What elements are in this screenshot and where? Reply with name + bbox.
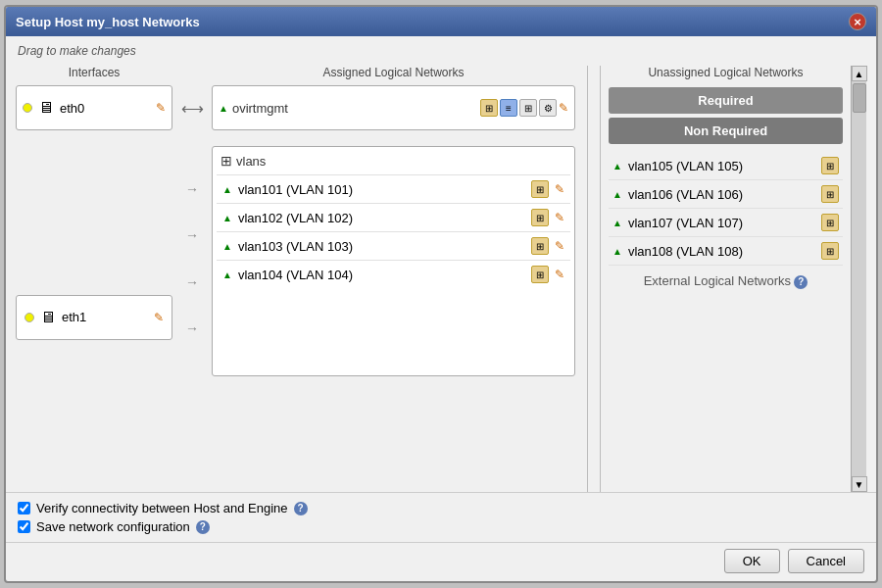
ovirtmgmt-icon3[interactable]: ⊞ — [519, 99, 537, 117]
vlan103-up-arrow: ▲ — [222, 241, 232, 252]
eth0-edit-icon[interactable]: ✎ — [156, 101, 166, 115]
eth1-interface-box: 🖥 eth1 ✎ — [16, 295, 172, 344]
assigned-header: Assigned Logical Networks — [212, 66, 575, 79]
vlan101-name: vlan101 (VLAN 101) — [238, 182, 525, 197]
vlan107-item[interactable]: ▲ vlan107 (VLAN 107) ⊞ — [609, 209, 843, 237]
vlan103-name: vlan103 (VLAN 103) — [238, 239, 525, 254]
eth0-assigned-network: ▲ ovirtmgmt ⊞ ≡ ⊞ ⚙ ✎ — [212, 85, 575, 130]
external-networks-help-icon[interactable]: ? — [794, 275, 808, 289]
vlan102-icon[interactable]: ⊞ — [531, 209, 549, 226]
vlan108-name: vlan108 (VLAN 108) — [628, 244, 815, 259]
right-panel: Unassigned Logical Networks Required Non… — [600, 66, 843, 492]
external-networks: External Logical Networks ? — [609, 273, 843, 289]
vlan106-item[interactable]: ▲ vlan106 (VLAN 106) ⊞ — [609, 180, 843, 209]
vlan102-item: ▲ vlan102 (VLAN 102) ⊞ ✎ — [217, 203, 570, 231]
eth1-arrow1: → — [185, 181, 199, 197]
eth0-arrow: ⟷ — [181, 99, 204, 118]
vlan105-name: vlan105 (VLAN 105) — [628, 159, 815, 173]
scroll-thumb[interactable] — [853, 83, 866, 113]
eth0-status-dot — [23, 103, 32, 113]
vlan107-icon[interactable]: ⊞ — [821, 214, 839, 231]
bottom-buttons: OK Cancel — [6, 542, 876, 581]
scroll-down-arrow[interactable]: ▼ — [852, 476, 867, 492]
vlan101-item: ▲ vlan101 (VLAN 101) ⊞ ✎ — [217, 174, 570, 203]
vlan103-item: ▲ vlan103 (VLAN 103) ⊞ ✎ — [217, 231, 570, 260]
save-help-icon[interactable]: ? — [196, 520, 210, 534]
setup-networks-dialog: Setup Host my_host Networks × Drag to ma… — [4, 5, 878, 583]
eth1-arrow4: → — [185, 320, 199, 336]
vlan105-icon[interactable]: ⊞ — [821, 157, 839, 174]
ovirtmgmt-icon4[interactable]: ⚙ — [539, 99, 557, 117]
ovirtmgmt-edit-icon[interactable]: ✎ — [559, 101, 568, 115]
eth1-name: eth1 — [62, 310, 148, 324]
verify-connectivity-checkbox[interactable] — [18, 502, 30, 514]
vlan102-name: vlan102 (VLAN 102) — [238, 211, 525, 225]
vlan104-up-arrow: ▲ — [222, 270, 232, 280]
vlans-icon: ⊞ — [220, 153, 232, 169]
vlan107-name: vlan107 (VLAN 107) — [628, 216, 815, 230]
ok-button[interactable]: OK — [724, 549, 780, 573]
vlan103-icon[interactable]: ⊞ — [531, 237, 549, 255]
scroll-up-arrow[interactable]: ▲ — [852, 66, 867, 81]
ovirtmgmt-icon1[interactable]: ⊞ — [480, 99, 498, 117]
eth0-nic-icon: 🖥 — [38, 99, 54, 117]
divider — [587, 66, 588, 492]
ovirtmgmt-icon2[interactable]: ≡ — [500, 99, 517, 117]
dialog-title: Setup Host my_host Networks — [16, 15, 200, 29]
non-required-button[interactable]: Non Required — [609, 118, 843, 144]
vlan104-item: ▲ vlan104 (VLAN 104) ⊞ ✎ — [217, 260, 570, 288]
subtitle: Drag to make changes — [6, 36, 876, 66]
vlans-title: ⊞ vlans — [217, 151, 570, 174]
verify-connectivity-row: Verify connectivity between Host and Eng… — [18, 501, 864, 515]
vlan105-up-arrow: ▲ — [612, 161, 622, 172]
interfaces-header: Interfaces — [16, 66, 172, 79]
vlan101-edit-icon[interactable]: ✎ — [555, 182, 564, 196]
vlan106-icon[interactable]: ⊞ — [821, 185, 839, 203]
ovirtmgmt-icons: ⊞ ≡ ⊞ ⚙ ✎ — [480, 99, 568, 117]
vlan102-edit-icon[interactable]: ✎ — [555, 211, 564, 224]
eth1-nic-icon: 🖥 — [40, 309, 56, 326]
vlan102-up-arrow: ▲ — [222, 213, 232, 223]
vlan103-edit-icon[interactable]: ✎ — [555, 239, 564, 253]
ovirtmgmt-up-arrow: ▲ — [219, 103, 228, 114]
vlan101-icon[interactable]: ⊞ — [531, 180, 549, 198]
required-button[interactable]: Required — [609, 87, 843, 114]
vlan104-icon[interactable]: ⊞ — [531, 266, 549, 283]
unassigned-header: Unassigned Logical Networks — [609, 66, 843, 79]
eth0-name: eth0 — [60, 101, 150, 116]
verify-connectivity-label: Verify connectivity between Host and Eng… — [36, 501, 288, 515]
main-content: Interfaces Assigned Logical Networks 🖥 e… — [6, 66, 876, 492]
vlan101-up-arrow: ▲ — [222, 184, 232, 195]
save-network-checkbox[interactable] — [18, 520, 30, 533]
vlan104-name: vlan104 (VLAN 104) — [238, 268, 525, 282]
eth1-edit-icon[interactable]: ✎ — [154, 311, 164, 324]
eth1-status-dot — [24, 313, 34, 322]
vlan107-up-arrow: ▲ — [612, 218, 622, 228]
vlan108-up-arrow: ▲ — [612, 246, 622, 257]
cancel-button[interactable]: Cancel — [788, 549, 864, 573]
vlan108-icon[interactable]: ⊞ — [821, 242, 839, 260]
vlan108-item[interactable]: ▲ vlan108 (VLAN 108) ⊞ — [609, 237, 843, 266]
eth1-row: 🖥 eth1 ✎ → → → → ⊞ — [16, 146, 575, 492]
eth0-row: 🖥 eth0 ✎ ⟷ ▲ ovirtmgmt ⊞ — [16, 85, 575, 130]
ovirtmgmt-name: ovirtmgmt — [232, 101, 476, 116]
save-network-row: Save network configuration ? — [18, 519, 864, 534]
save-network-label: Save network configuration — [36, 519, 190, 534]
close-button[interactable]: × — [849, 13, 866, 30]
vlan106-up-arrow: ▲ — [612, 189, 622, 200]
vlan104-edit-icon[interactable]: ✎ — [555, 268, 564, 281]
footer: Verify connectivity between Host and Eng… — [6, 492, 876, 542]
eth1-arrow2: → — [185, 227, 199, 243]
vlan106-name: vlan106 (VLAN 106) — [628, 187, 815, 202]
eth0-interface-box: 🖥 eth0 ✎ — [16, 85, 172, 130]
title-bar: Setup Host my_host Networks × — [6, 7, 876, 36]
verify-help-icon[interactable]: ? — [294, 502, 308, 515]
vlan-container: ⊞ vlans ▲ vlan101 (VLAN 101) ⊞ ✎ ▲ vl — [212, 146, 575, 376]
scrollbar[interactable]: ▲ ▼ — [851, 66, 866, 492]
vlan105-item[interactable]: ▲ vlan105 (VLAN 105) ⊞ — [609, 152, 843, 180]
eth1-arrow3: → — [185, 274, 199, 290]
